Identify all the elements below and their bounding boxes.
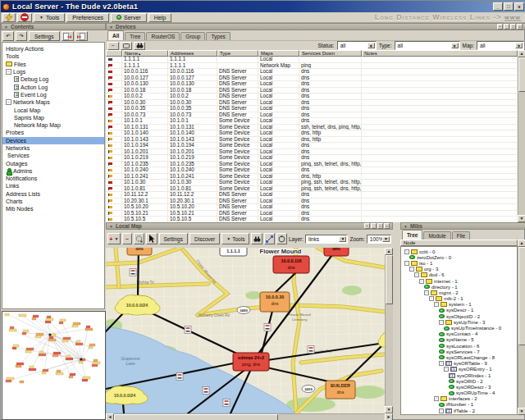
- mib-node-sysdescr-1[interactable]: sysDescr - 1: [401, 308, 517, 313]
- mibs-tab-module[interactable]: Module: [423, 231, 450, 240]
- device-row-10-0-0-18[interactable]: 10.0.0.1810.0.0.18DNS ServerLocaldns: [106, 88, 518, 94]
- mib-node-sysoruptime-4[interactable]: sysORUpTime - 4: [401, 390, 517, 396]
- device-row-10-1-0-219[interactable]: 10.1.0.21910.1.0.219Some DeviceLocaldns: [106, 155, 518, 162]
- map-panel-header[interactable]: ▼ Local Map ▪_□x: [106, 222, 393, 230]
- mib-node-org-3[interactable]: −org - 3: [401, 267, 517, 272]
- sidebar-item-files[interactable]: Files: [2, 61, 104, 68]
- device-row-10-1-0-131[interactable]: 10.1.0.13110.1.0.131Some DeviceLocalssh,…: [106, 125, 518, 131]
- close-button[interactable]: x: [514, 2, 524, 11]
- mib-node-directory-1[interactable]: directory - 1: [401, 284, 517, 290]
- column-header-type[interactable]: Type: [217, 50, 258, 57]
- status-filter-select[interactable]: all▼: [337, 41, 377, 50]
- sidebar-item-networks[interactable]: Networks: [2, 144, 104, 152]
- sidebar-item-services[interactable]: Services: [2, 152, 104, 159]
- map-find-button[interactable]: [251, 233, 262, 244]
- minimize-button[interactable]: _: [493, 2, 503, 11]
- mib-node-sysobjectid-2[interactable]: sysObjectID - 2: [401, 313, 517, 319]
- type-filter-select[interactable]: all▼: [395, 41, 460, 50]
- mib-node-internet-1[interactable]: −internet - 1: [401, 278, 517, 284]
- scroll-up-icon[interactable]: ▲: [518, 50, 525, 57]
- sidebar-item-tools[interactable]: Tools: [2, 52, 104, 60]
- map-overview-panel[interactable]: [2, 311, 106, 420]
- mib-node-system-1[interactable]: −system - 1: [401, 302, 517, 308]
- mib-node-iftable-2[interactable]: −ifTable - 2: [401, 408, 517, 413]
- remove-node-button[interactable]: −: [122, 233, 132, 244]
- tree-expander-icon[interactable]: −: [419, 279, 424, 284]
- mib-node-dod-6[interactable]: −dod - 6: [401, 272, 517, 278]
- mibs-panel-header[interactable]: ▼ Mibs: [400, 222, 525, 230]
- sidebar-item-history-actions[interactable]: History Actions: [2, 45, 104, 52]
- sidebar-item-admins[interactable]: Admins: [2, 167, 104, 175]
- column-header-services-down[interactable]: Services Down: [299, 50, 362, 57]
- device-row-10-1-0-140[interactable]: 10.1.0.14010.1.0.140Some DeviceLocaldns,…: [106, 130, 518, 137]
- devices-tab-tree[interactable]: Tree: [125, 32, 145, 40]
- mib-node-sysorentry-1[interactable]: −sysOREntry - 1: [401, 367, 517, 372]
- zoom-select[interactable]: 100%▼: [367, 235, 391, 244]
- add-link-button[interactable]: [264, 233, 275, 244]
- close-panel-button[interactable]: x: [517, 24, 523, 30]
- discover-button[interactable]: Discover: [189, 233, 220, 244]
- map-canvas[interactable]: Wichita TrlMcKamy Creek RdLakeside PkyFl…: [106, 248, 385, 413]
- close-panel-button[interactable]: x: [384, 223, 390, 229]
- sidebar-item-event-log[interactable]: Event Log: [2, 91, 104, 98]
- mib-node-syslocation-6[interactable]: sysLocation - 6: [401, 343, 517, 349]
- restore-button[interactable]: □: [504, 2, 514, 11]
- sidebar-item-links[interactable]: Links: [2, 182, 104, 189]
- device-row-10-0-0-73[interactable]: 10.0.0.7310.0.0.73DNS ServerLocaldns: [106, 112, 518, 119]
- scroll-right-icon[interactable]: ►: [385, 413, 393, 420]
- column-header-maps[interactable]: Maps: [258, 50, 299, 57]
- preferences-button[interactable]: Preferences: [66, 13, 109, 22]
- devices-tab-all[interactable]: All: [107, 30, 124, 40]
- mib-node-ccitt-0[interactable]: −ccitt - 0: [401, 249, 517, 254]
- server-button[interactable]: Server: [111, 13, 147, 22]
- pin-button[interactable]: ▪: [364, 223, 370, 229]
- redo-button[interactable]: ↷: [16, 31, 27, 41]
- contents-panel-header[interactable]: ▼ Contents: [1, 23, 106, 30]
- device-row-10-5-10-21[interactable]: 10.5.10.2110.5.10.21DNS ServerLocaldns: [106, 211, 518, 217]
- column-header-name[interactable]: Name ▲: [122, 50, 168, 57]
- devices-tab-types[interactable]: Types: [206, 32, 230, 40]
- tree-expander-icon[interactable]: −: [6, 69, 11, 75]
- sidebar-item-network-map-map[interactable]: Network Map Map: [2, 121, 104, 129]
- scroll-up-icon[interactable]: ▲: [518, 240, 525, 247]
- device-row-10-0-0-2[interactable]: 10.0.0.210.0.0.2DNS ServerLocaldns: [106, 94, 518, 100]
- import-button[interactable]: [75, 31, 88, 41]
- scroll-left-icon[interactable]: ◄: [106, 413, 114, 420]
- tree-expander-icon[interactable]: −: [444, 367, 449, 372]
- sidebar-item-devices[interactable]: Devices: [2, 137, 104, 144]
- device-row-10-1-0-81[interactable]: 10.1.0.8110.1.0.81Some DeviceLocalping, …: [106, 186, 518, 193]
- column-header-notes[interactable]: Notes: [362, 50, 518, 57]
- column-header-addresses[interactable]: Addresses: [168, 50, 217, 57]
- sidebar-item-debug-log[interactable]: Debug Log: [2, 75, 104, 83]
- tree-expander-icon[interactable]: −: [409, 267, 414, 272]
- tree-expander-icon[interactable]: −: [434, 302, 439, 307]
- sidebar-item-mib-nodes[interactable]: Mib Nodes: [2, 205, 104, 212]
- sidebar-item-address-lists[interactable]: Address Lists: [2, 190, 104, 198]
- mibs-tab-file[interactable]: File: [452, 231, 470, 240]
- scroll-down-icon[interactable]: ▼: [518, 408, 525, 415]
- add-node-button[interactable]: +▼: [107, 233, 121, 244]
- tree-expander-icon[interactable]: −: [429, 296, 434, 301]
- sidebar-item-local-map[interactable]: Local Map: [2, 106, 104, 113]
- tree-expander-icon[interactable]: −: [439, 409, 444, 413]
- refresh-layout-button[interactable]: [276, 233, 287, 244]
- mib-node-column-header[interactable]: Node: [400, 240, 518, 246]
- device-row-10-0-0-130[interactable]: 10.0.0.13010.0.0.130DNS ServerLocaldns: [106, 81, 518, 88]
- undo-button[interactable]: ↶: [2, 31, 14, 41]
- mib-node-zerodotzero-0[interactable]: zeroDotZero - 0: [401, 254, 517, 260]
- device-row-10-0-0-116[interactable]: 10.0.0.11610.0.0.116DNS ServerLocaldns: [106, 69, 518, 75]
- flag-column-header[interactable]: [106, 50, 122, 57]
- tree-expander-icon[interactable]: −: [404, 249, 409, 254]
- map-tools-button[interactable]: ▼Tools: [221, 233, 249, 244]
- map-filter-select[interactable]: all▼: [477, 41, 524, 50]
- devices-tab-routeros[interactable]: RouterOS: [146, 32, 180, 40]
- map-hscrollbar[interactable]: ◄ ►: [106, 413, 393, 420]
- minimize-panel-button[interactable]: _: [504, 24, 509, 30]
- mib-node-sysservices-7[interactable]: sysServices - 7: [401, 349, 517, 354]
- disconnect-button[interactable]: [17, 13, 32, 22]
- mib-node-sysuptimeinstance-0[interactable]: sysUpTimeInstance - 0: [401, 325, 517, 331]
- sidebar-item-notifications[interactable]: Notifications: [2, 175, 104, 182]
- sidebar-item-probes[interactable]: Probes: [2, 129, 104, 136]
- tree-expander-icon[interactable]: −: [404, 261, 409, 266]
- device-row-10-1-0-1[interactable]: 10.1.0.110.1.0.1Some DeviceLocaldns: [106, 118, 518, 125]
